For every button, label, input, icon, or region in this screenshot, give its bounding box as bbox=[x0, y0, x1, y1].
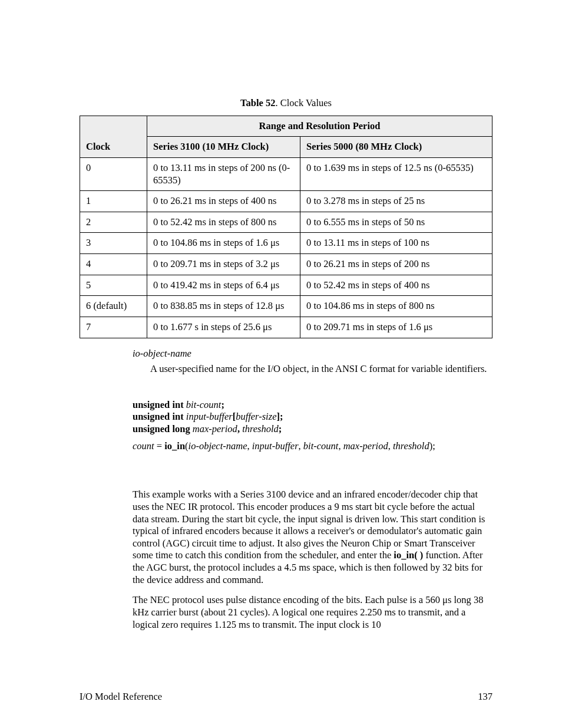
cell-clock: 0 bbox=[80, 157, 147, 190]
table-row: 1 0 to 26.21 ms in steps of 400 ns 0 to … bbox=[80, 191, 492, 212]
cell-s5000: 0 to 1.639 ms in steps of 12.5 ns (0-655… bbox=[300, 157, 492, 190]
table-row: 3 0 to 104.86 ms in steps of 1.6 μs 0 to… bbox=[80, 233, 492, 254]
cell-s3100: 0 to 1.677 s in steps of 25.6 μs bbox=[147, 317, 300, 338]
cell-s3100: 0 to 104.86 ms in steps of 1.6 μs bbox=[147, 233, 300, 254]
syntax-line-1: unsigned int bit-count; bbox=[133, 399, 492, 411]
cell-s3100: 0 to 419.42 ms in steps of 6.4 μs bbox=[147, 275, 300, 296]
syntax-call: count = io_in(io-object-name, input-buff… bbox=[133, 440, 492, 453]
header-clock: Clock bbox=[80, 116, 147, 157]
table-title: . Clock Values bbox=[275, 97, 331, 108]
table-row: 6 (default) 0 to 838.85 ms in steps of 1… bbox=[80, 296, 492, 317]
table-row: Clock Range and Resolution Period bbox=[80, 116, 492, 137]
cell-s5000: 0 to 6.555 ms in steps of 50 ns bbox=[300, 212, 492, 233]
cell-clock: 1 bbox=[80, 191, 147, 212]
clock-values-table: Clock Range and Resolution Period Series… bbox=[80, 116, 492, 338]
syntax-line-3: unsigned long max-period, threshold; bbox=[133, 423, 492, 436]
cell-s3100: 0 to 26.21 ms in steps of 400 ns bbox=[147, 191, 300, 212]
cell-s5000: 0 to 52.42 ms in steps of 400 ns bbox=[300, 275, 492, 296]
usage-syntax: unsigned int bit-count; unsigned int inp… bbox=[133, 399, 492, 453]
table-row: 2 0 to 52.42 ms in steps of 800 ns 0 to … bbox=[80, 212, 492, 233]
cell-clock: 5 bbox=[80, 275, 147, 296]
footer-left: I/O Model Reference bbox=[80, 691, 162, 703]
example-paragraph-2: The NEC protocol uses pulse distance enc… bbox=[133, 594, 492, 631]
cell-s5000: 0 to 104.86 ms in steps of 800 ns bbox=[300, 296, 492, 317]
cell-clock: 7 bbox=[80, 317, 147, 338]
table-number: Table 52 bbox=[240, 97, 275, 108]
cell-s3100: 0 to 52.42 ms in steps of 800 ns bbox=[147, 212, 300, 233]
cell-clock: 6 (default) bbox=[80, 296, 147, 317]
cell-clock: 2 bbox=[80, 212, 147, 233]
header-series-3100: Series 3100 (10 MHz Clock) bbox=[147, 137, 300, 158]
table-row: 7 0 to 1.677 s in steps of 25.6 μs 0 to … bbox=[80, 317, 492, 338]
header-range: Range and Resolution Period bbox=[147, 116, 492, 137]
syntax-line-2: unsigned int input-buffer[buffer-size]; bbox=[133, 411, 492, 423]
param-desc: A user-specified name for the I/O object… bbox=[150, 363, 492, 375]
cell-clock: 4 bbox=[80, 254, 147, 275]
param-name: io-object-name bbox=[133, 348, 492, 360]
cell-s5000: 0 to 3.278 ms in steps of 25 ns bbox=[300, 191, 492, 212]
cell-s5000: 0 to 26.21 ms in steps of 200 ns bbox=[300, 254, 492, 275]
parameter-block: io-object-name A user-specified name for… bbox=[133, 348, 492, 375]
header-series-5000: Series 5000 (80 MHz Clock) bbox=[300, 137, 492, 158]
table-row: 5 0 to 419.42 ms in steps of 6.4 μs 0 to… bbox=[80, 275, 492, 296]
example-paragraph-1: This example works with a Series 3100 de… bbox=[133, 489, 492, 586]
page-footer: I/O Model Reference 137 bbox=[80, 691, 492, 703]
cell-s3100: 0 to 838.85 ms in steps of 12.8 μs bbox=[147, 296, 300, 317]
cell-s3100: 0 to 13.11 ms in steps of 200 ns (0-6553… bbox=[147, 157, 300, 190]
example-text: This example works with a Series 3100 de… bbox=[133, 489, 492, 631]
cell-s5000: 0 to 209.71 ms in steps of 1.6 μs bbox=[300, 317, 492, 338]
cell-s3100: 0 to 209.71 ms in steps of 3.2 μs bbox=[147, 254, 300, 275]
table-row: 0 0 to 13.11 ms in steps of 200 ns (0-65… bbox=[80, 157, 492, 190]
cell-s5000: 0 to 13.11 ms in steps of 100 ns bbox=[300, 233, 492, 254]
cell-clock: 3 bbox=[80, 233, 147, 254]
table-caption: Table 52. Clock Values bbox=[80, 97, 492, 110]
footer-page-number: 137 bbox=[478, 691, 492, 703]
table-row: 4 0 to 209.71 ms in steps of 3.2 μs 0 to… bbox=[80, 254, 492, 275]
